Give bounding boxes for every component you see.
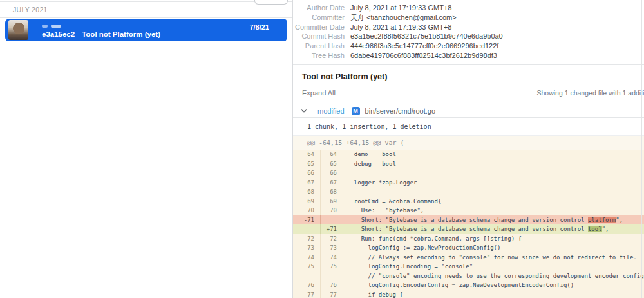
word-diff-highlight: platform [588, 217, 616, 223]
scrollbar-track[interactable] [641, 0, 642, 298]
diff-code-text: // Always set encoding to "console" for … [343, 253, 637, 263]
new-line-number: +71 [321, 224, 343, 234]
diff-code-text: Short: "Bytebase is a database schema ch… [343, 224, 609, 234]
new-line-number: 72 [321, 234, 343, 244]
old-line-number: 76 [293, 281, 321, 290]
metadata-value: July 8, 2021 at 17:19:33 GMT+8 [350, 3, 451, 13]
diff-line: 6767 logger *zap.Logger [293, 178, 644, 188]
diff-code-text: demo bool [343, 150, 396, 159]
new-line-number [321, 215, 343, 225]
commit-summary-line: e3a15ec2Tool not Platform (yet) [42, 30, 160, 38]
metadata-row: Tree Hash6dabe419706c6f883ff02514c3bf261… [293, 51, 644, 61]
metadata-label: Parent Hash [293, 41, 345, 51]
old-line-number: 75 [293, 262, 321, 272]
commit-list-pane: JULY 2021 e3a15ec2Tool not Platform (yet… [0, 0, 293, 298]
diff-line: +71 Short: "Bytebase is a database schem… [293, 224, 644, 234]
diff-line: 7676 logConfig.EncoderConfig = zap.NewDe… [293, 281, 644, 290]
metadata-label: Committer [293, 13, 345, 23]
metadata-label: Tree Hash [293, 51, 345, 61]
commit-group-header: JULY 2021 [0, 1, 292, 18]
new-line-number: 70 [321, 206, 343, 215]
commit-message: Tool not Platform (yet) [82, 30, 160, 38]
diff-line: 7070 Use: "bytebase", [293, 206, 644, 215]
new-line-number: 64 [321, 150, 343, 159]
commit-metadata: Author DateJuly 8, 2021 at 17:19:33 GMT+… [293, 0, 644, 65]
diff-line: 6868 [293, 187, 644, 197]
old-line-number: 66 [293, 168, 321, 178]
old-line-number: 74 [293, 253, 321, 263]
diff-code-text: logConfig.EncoderConfig = zap.NewDevelop… [343, 281, 574, 290]
diff-line: 6565 debug bool [293, 159, 644, 169]
diff-code-text: Short: "Bytebase is a database schema ch… [343, 215, 623, 225]
old-line-number: -71 [293, 215, 321, 225]
file-diff-block: modified M bin/server/cmd/root.go 1 chun… [293, 104, 644, 298]
old-line-number: 68 [293, 187, 321, 197]
old-line-number: 70 [293, 206, 321, 215]
commit-list-item-selected[interactable]: e3a15ec2Tool not Platform (yet) 7/8/21 [5, 19, 287, 41]
diff-line: 7373 logConfig := zap.NewProductionConfi… [293, 243, 644, 253]
new-line-number: 77 [321, 290, 343, 298]
old-line-number: 64 [293, 150, 321, 159]
old-line-number: 69 [293, 197, 321, 206]
new-line-number: 68 [321, 187, 343, 197]
redacted-text-blob [42, 25, 48, 28]
expand-all-link[interactable]: Expand All [302, 89, 336, 97]
commit-author-avatar [8, 20, 28, 40]
metadata-row: Committer DateJuly 8, 2021 at 17:19:33 G… [293, 23, 644, 32]
diff-code-text: // "console" encoding needs to use the c… [343, 272, 644, 281]
new-line-number: 69 [321, 197, 343, 206]
diff-summary-row: Expand All Showing 1 changed file with 1… [302, 89, 635, 99]
metadata-value: 天舟 <tianzhouchen@gmail.com> [350, 13, 457, 23]
metadata-value: 6dabe419706c6f883ff02514c3bf2612b9d98df3 [350, 51, 497, 61]
old-line-number [293, 272, 321, 281]
redacted-text-blob [51, 25, 61, 28]
file-path: bin/server/cmd/root.go [365, 107, 435, 115]
new-line-number: 67 [321, 178, 343, 188]
git-client-window: JULY 2021 e3a15ec2Tool not Platform (yet… [0, 0, 644, 298]
search-field-partial[interactable] [254, 0, 288, 5]
diff-line: 6464 demo bool [293, 150, 644, 159]
diff-line: 7575 logConfig.Encoding = "console" [293, 262, 644, 272]
new-line-number: 65 [321, 159, 343, 169]
metadata-row: Commit Hashe3a15ec2f88f56321c75e1b81b9c7… [293, 32, 644, 41]
metadata-value: July 8, 2021 at 17:19:33 GMT+8 [350, 23, 451, 32]
chevron-down-icon[interactable] [301, 108, 307, 114]
modified-badge: M [352, 107, 360, 115]
diff-code-text: if debug { [343, 290, 403, 298]
commit-detail-pane: Author DateJuly 8, 2021 at 17:19:33 GMT+… [293, 0, 644, 298]
diff-code-text: logger *zap.Logger [343, 178, 417, 188]
changes-summary: Showing 1 changed file with 1 addition a… [536, 89, 644, 97]
diff-code-text: Use: "bytebase", [343, 206, 424, 215]
file-status-label: modified [317, 107, 345, 115]
commit-author-name-redacted [42, 25, 61, 28]
diff-line: 7777 if debug { [293, 290, 644, 298]
metadata-value: e3a15ec2f88f56321c75e1b81b9c740e6da9b0a0 [350, 32, 503, 41]
file-header-row[interactable]: modified M bin/server/cmd/root.go [293, 104, 644, 118]
diff-line: 6666 [293, 168, 644, 178]
old-line-number: 77 [293, 290, 321, 298]
new-line-number: 76 [321, 281, 343, 290]
word-diff-highlight: tool [588, 226, 602, 232]
diff-code-text: logConfig := zap.NewProductionConfig() [343, 243, 500, 253]
new-line-number [321, 272, 343, 281]
diff-code-text: rootCmd = &cobra.Command{ [343, 197, 441, 206]
diff-line: 6969 rootCmd = &cobra.Command{ [293, 197, 644, 206]
old-line-number: 72 [293, 234, 321, 244]
metadata-label: Commit Hash [293, 32, 345, 41]
hunk-header: @@ -64,15 +64,15 @@ var ( [293, 136, 644, 150]
old-line-number [293, 224, 321, 234]
new-line-number: 74 [321, 253, 343, 263]
diff-line: // "console" encoding needs to use the c… [293, 272, 644, 281]
diff-line: -71 Short: "Bytebase is a database schem… [293, 215, 644, 225]
metadata-row: Committer天舟 <tianzhouchen@gmail.com> [293, 13, 644, 23]
metadata-label: Author Date [293, 3, 345, 13]
metadata-row: Author DateJuly 8, 2021 at 17:19:33 GMT+… [293, 3, 644, 13]
commit-date: 7/8/21 [249, 23, 269, 31]
commit-message-title: Tool not Platform (yet) [302, 72, 635, 81]
new-line-number: 75 [321, 262, 343, 272]
old-line-number: 73 [293, 243, 321, 253]
commit-group-label: JULY 2021 [13, 6, 48, 14]
old-line-number: 67 [293, 178, 321, 188]
commit-short-hash: e3a15ec2 [42, 30, 75, 38]
diff-code-text: logConfig.Encoding = "console" [343, 262, 473, 272]
